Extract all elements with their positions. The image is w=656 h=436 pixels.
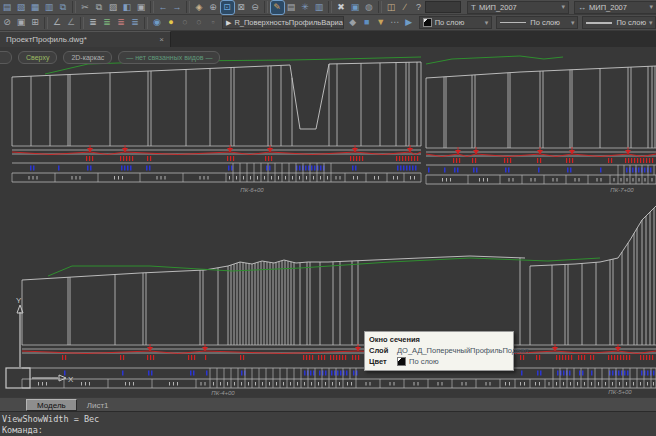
profile-top-left: ПК-6+00 <box>12 57 421 193</box>
quick-text-input[interactable] <box>425 1 461 13</box>
layer-quick-icons: ◆■▼⋯▶ <box>346 16 416 29</box>
chevron-down-icon: ▾ <box>646 19 653 27</box>
layer-on-bulb-icon[interactable]: ● <box>165 16 178 29</box>
profile-drawing: ПК-6+00ПК-7+00ПК-4+00ПК-5+00YX <box>0 47 656 397</box>
angle-leader-1-icon[interactable]: ∠ <box>51 16 64 29</box>
autocad-window: ▤▧▦▥⧉✂⧉▨◧▣←→◈⊕⊡⊠⊖✎▤✳▥✖▣◍◫∕ ? T МИП_2007 … <box>0 0 656 436</box>
layer-state-3-icon[interactable]: ≣ <box>115 16 128 29</box>
toolbar-separator <box>44 17 48 29</box>
tab-model[interactable]: Модель <box>26 399 77 411</box>
no-selection-icon[interactable]: ⊘ <box>1 16 14 29</box>
svg-text:X: X <box>68 375 74 384</box>
linetype-dropdown-value: По слою <box>530 18 560 27</box>
text-style-value: МИП_2007 <box>479 3 517 12</box>
command-line[interactable]: ViewShowWidth = Вес Команда: <box>0 411 656 436</box>
layer-lock-icon[interactable]: ○ <box>193 16 206 29</box>
tab-layout1[interactable]: Лист1 <box>77 401 119 410</box>
sketch-icon[interactable]: ∕ <box>399 1 412 14</box>
close-icon[interactable]: × <box>159 35 164 44</box>
view-control[interactable]: Сверху <box>18 51 57 64</box>
save-icon[interactable]: ▤ <box>1 1 14 14</box>
chevron-down-icon: ▾ <box>646 3 653 11</box>
layer-state-2-icon[interactable]: ≣ <box>101 16 114 29</box>
layers-toolbar: ⊘▣⊞∠∠≣≣≣≣◉●○○▫ ▶ R_ПоверхностьПрофильВар… <box>0 15 656 31</box>
lineweight-dropdown[interactable]: По слою ▾ <box>582 16 656 29</box>
layer-dots-icon[interactable]: ⋯ <box>388 16 401 29</box>
snap-point-icon[interactable]: ⊞ <box>29 16 42 29</box>
command-prompt: Команда: <box>2 425 43 435</box>
plot-icon[interactable]: ▦ <box>29 1 42 14</box>
edit-pencil-icon[interactable]: ✎ <box>271 1 284 14</box>
match-properties-icon[interactable]: ◧ <box>121 1 134 14</box>
tooltip-color-value: По слою <box>409 357 439 366</box>
render-globe-icon[interactable]: ◍ <box>363 1 376 14</box>
linetype-sample-icon <box>500 22 526 23</box>
tool-palettes-icon[interactable]: ▥ <box>313 1 326 14</box>
text-style-dropdown[interactable]: T МИП_2007 ▾ <box>467 1 569 14</box>
properties-icon[interactable]: ▤ <box>285 1 298 14</box>
toolbar-separator <box>378 1 382 13</box>
tooltip-title: Окно сечения <box>369 335 509 344</box>
profile-top-right: ПК-7+00 <box>426 56 656 193</box>
lineweight-dropdown-value: По слою <box>616 18 646 27</box>
viewport-menu-control[interactable] <box>0 51 12 64</box>
rollover-tooltip: Окно сечения Слой ДО_АД_ПоперечныйПрофил… <box>364 331 514 371</box>
publish-icon[interactable]: ⧉ <box>57 1 70 14</box>
layer-dropdown-value: R_ПоверхностьПрофильВариант... <box>234 18 343 27</box>
layer-cursor-icon[interactable]: ▶ <box>402 16 415 29</box>
document-tab-active[interactable]: ПроектПрофиль.dwg* × <box>0 31 171 47</box>
command-history-line: ViewShowWidth = Вес <box>2 414 99 424</box>
layer-color-box-icon[interactable]: ▫ <box>207 16 220 29</box>
zoom-window-icon[interactable]: ⊡ <box>221 1 234 14</box>
linetype-dropdown[interactable]: По слою ▾ <box>496 16 578 29</box>
layer-state-1-icon[interactable]: ≣ <box>87 16 100 29</box>
text-style-icon: T <box>471 3 476 12</box>
linked-views-control[interactable]: — нет связанных видов — <box>118 51 220 64</box>
toolbox-icon[interactable]: ✖ <box>335 1 348 14</box>
layer-paint-icon[interactable]: ▼ <box>374 16 387 29</box>
zoom-dynamic-icon[interactable]: ⊠ <box>235 1 248 14</box>
bylayer-color-swatch <box>423 18 432 27</box>
undo-icon[interactable]: ← <box>157 1 170 14</box>
chevron-down-icon: ▾ <box>482 19 489 27</box>
standard-toolbar-icons: ▤▧▦▥⧉✂⧉▨◧▣←→◈⊕⊡⊠⊖✎▤✳▥✖▣◍◫∕ <box>0 1 412 14</box>
viewport-controls: Сверху 2D-каркас — нет связанных видов — <box>0 51 226 64</box>
redo-icon[interactable]: → <box>171 1 184 14</box>
copy-icon[interactable]: ⧉ <box>93 1 106 14</box>
layer-previous-icon[interactable]: ■ <box>360 16 373 29</box>
layer-cursor-icon: ▶ <box>226 19 231 27</box>
paste-icon[interactable]: ▨ <box>107 1 120 14</box>
section-icon[interactable]: ◫ <box>385 1 398 14</box>
window-icon[interactable]: ▣ <box>349 1 362 14</box>
toolbar-separator <box>328 1 332 13</box>
angle-leader-2-icon[interactable]: ∠ <box>65 16 78 29</box>
color-dropdown[interactable]: По слою ▾ <box>419 16 493 29</box>
visual-style-control[interactable]: 2D-каркас <box>63 51 112 64</box>
block-editor-icon[interactable]: ▣ <box>135 1 148 14</box>
cut-icon[interactable]: ✂ <box>79 1 92 14</box>
layer-link-icon[interactable]: ◉ <box>151 16 164 29</box>
zoom-realtime-icon[interactable]: ⊕ <box>207 1 220 14</box>
dim-style-dropdown[interactable]: ↔ МИП_2007 ▾ <box>574 1 656 14</box>
toolbar-separator <box>72 1 76 13</box>
dim-style-icon: ↔ <box>578 3 586 12</box>
toolbar-separator <box>144 17 148 29</box>
zoom-previous-icon[interactable]: ⊖ <box>249 1 262 14</box>
pan-icon[interactable]: ◈ <box>193 1 206 14</box>
make-layer-current-icon[interactable]: ◆ <box>346 16 359 29</box>
selection-window-icon[interactable]: ▣ <box>15 16 28 29</box>
layer-dropdown[interactable]: ▶ R_ПоверхностьПрофильВариант... ▾ <box>222 16 344 29</box>
ucs-icon: YX <box>6 296 74 388</box>
lineweight-sample-icon <box>586 22 612 24</box>
design-center-icon[interactable]: ✳ <box>299 1 312 14</box>
layer-freeze-icon[interactable]: ○ <box>179 16 192 29</box>
toolbar-separator <box>264 1 268 13</box>
plot-preview-icon[interactable]: ▥ <box>43 1 56 14</box>
profile-bottom: ПК-4+00ПК-5+00 <box>22 206 656 396</box>
drawing-canvas[interactable]: ПК-6+00ПК-7+00ПК-4+00ПК-5+00YX Сверху 2D… <box>0 47 656 397</box>
station-label: ПК-6+00 <box>240 187 264 193</box>
help-button[interactable]: ? <box>416 2 421 12</box>
open-icon[interactable]: ▧ <box>15 1 28 14</box>
toolbar-separator <box>150 1 154 13</box>
layer-state-4-icon[interactable]: ≣ <box>129 16 142 29</box>
